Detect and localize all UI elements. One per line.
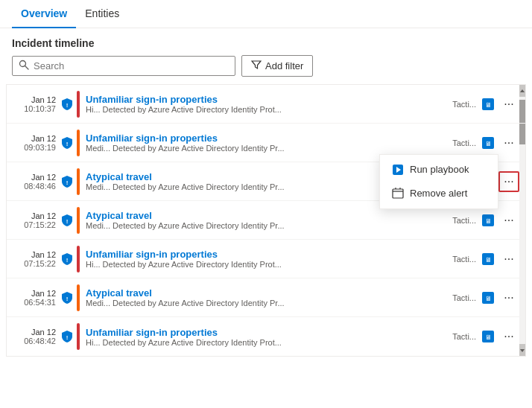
- row-date: Jan 12 10:10:37: [13, 95, 56, 113]
- more-button[interactable]: ···: [498, 210, 519, 231]
- severity-bar-medium: [77, 168, 80, 195]
- incident-subtitle: Hi... Detected by Azure Active Directory…: [86, 260, 452, 269]
- time-label: 06:48:42: [24, 337, 56, 345]
- run-playbook-menuitem[interactable]: Run playbook: [380, 158, 498, 182]
- shield-icon: !: [60, 175, 74, 188]
- svg-text:!: !: [66, 102, 69, 109]
- incident-subtitle: Medi... Detected by Azure Active Directo…: [86, 299, 452, 307]
- alert-icon: 🖥: [481, 97, 495, 112]
- remove-icon: [392, 188, 404, 200]
- row-content: Atypical travel Medi... Detected by Azur…: [86, 287, 452, 307]
- incident-title[interactable]: Unfamiliar sign-in properties: [86, 94, 452, 105]
- tab-bar: Overview Entities: [0, 0, 532, 28]
- alert-icon: 🖥: [481, 252, 495, 267]
- app-container: Overview Entities Incident timeline Ad: [0, 0, 532, 357]
- alert-icon: 🖥: [481, 290, 495, 305]
- date-label: Jan 12: [31, 250, 56, 259]
- svg-point-0: [20, 61, 26, 67]
- incident-subtitle: Hi... Detected by Azure Active Directory…: [86, 338, 452, 347]
- shield-icon: !: [60, 252, 74, 266]
- search-input[interactable]: [34, 60, 229, 71]
- table-row: Jan 12 10:10:37 ! Unfamiliar sign-in pro…: [7, 85, 525, 124]
- svg-text:🖥: 🖥: [485, 295, 492, 302]
- date-label: Jan 12: [31, 173, 56, 182]
- svg-text:🖥: 🖥: [485, 217, 492, 225]
- tab-entities[interactable]: Entities: [76, 0, 128, 28]
- shield-icon: !: [60, 330, 74, 343]
- context-menu: Run playbook Remove alert: [379, 154, 498, 209]
- severity-bar-high: [77, 246, 80, 272]
- alert-icon: 🖥: [481, 213, 495, 228]
- svg-text:🖥: 🖥: [485, 334, 492, 341]
- row-content: Unfamiliar sign-in properties Medi... De…: [86, 133, 452, 153]
- incident-title[interactable]: Atypical travel: [86, 210, 452, 221]
- incident-title[interactable]: Unfamiliar sign-in properties: [86, 133, 452, 144]
- date-label: Jan 12: [31, 211, 56, 220]
- table-row: Jan 12 06:48:42 ! Unfamiliar sign-in pro…: [7, 317, 525, 356]
- row-date: Jan 12 07:15:22: [13, 250, 56, 268]
- shield-icon: !: [60, 214, 74, 227]
- tactic-label: Tacti...: [452, 293, 476, 302]
- toolbar: Add filter: [0, 55, 532, 84]
- shield-icon: !: [60, 136, 74, 150]
- row-date: Jan 12 07:15:22: [13, 211, 56, 229]
- tactic-label: Tacti...: [452, 138, 476, 147]
- incident-title[interactable]: Unfamiliar sign-in properties: [86, 249, 452, 260]
- more-button[interactable]: ···: [498, 287, 519, 308]
- severity-bar-medium: [77, 284, 80, 311]
- filter-icon: [251, 60, 262, 72]
- more-button[interactable]: ···: [498, 249, 519, 270]
- table-row: Jan 12 06:54:31 ! Atypical travel Medi..…: [7, 278, 525, 317]
- time-label: 06:54:31: [24, 298, 56, 307]
- row-content: Unfamiliar sign-in properties Hi... Dete…: [86, 327, 452, 347]
- incident-subtitle: Medi... Detected by Azure Active Directo…: [86, 221, 452, 230]
- more-button-active[interactable]: ···: [498, 171, 519, 192]
- tactic-label: Tacti...: [452, 332, 476, 341]
- date-label: Jan 12: [31, 289, 56, 298]
- date-label: Jan 12: [31, 134, 56, 143]
- table-row: Jan 12 08:48:46 ! Atypical travel Medi..…: [7, 162, 525, 201]
- more-button[interactable]: ···: [498, 133, 519, 153]
- date-label: Jan 12: [31, 328, 56, 337]
- severity-bar-high: [77, 91, 80, 118]
- tab-overview[interactable]: Overview: [12, 0, 76, 28]
- svg-text:!: !: [66, 334, 69, 341]
- more-button[interactable]: ···: [498, 94, 519, 115]
- section-title: Incident timeline: [0, 28, 532, 55]
- svg-text:🖥: 🖥: [485, 101, 492, 109]
- table-row: Jan 12 07:15:22 ! Unfamiliar sign-in pro…: [7, 240, 525, 278]
- tactic-label: Tacti...: [452, 216, 476, 225]
- time-label: 09:03:19: [24, 143, 56, 152]
- svg-text:!: !: [66, 218, 69, 225]
- severity-bar-medium: [77, 130, 80, 156]
- incident-title[interactable]: Unfamiliar sign-in properties: [86, 327, 452, 338]
- row-content: Unfamiliar sign-in properties Hi... Dete…: [86, 249, 452, 269]
- severity-bar-medium: [77, 207, 80, 234]
- row-date: Jan 12 08:48:46: [13, 173, 56, 191]
- more-button[interactable]: ···: [498, 326, 519, 347]
- alert-icon: 🖥: [481, 136, 495, 150]
- svg-text:🖥: 🖥: [485, 256, 492, 264]
- alert-icon: 🖥: [481, 329, 495, 344]
- row-date: Jan 12 09:03:19: [13, 134, 56, 152]
- shield-icon: !: [60, 291, 74, 305]
- incident-list-container: Jan 12 10:10:37 ! Unfamiliar sign-in pro…: [6, 84, 526, 357]
- add-filter-button[interactable]: Add filter: [241, 55, 313, 77]
- svg-text:!: !: [66, 296, 69, 302]
- tactic-label: Tacti...: [452, 255, 476, 264]
- date-label: Jan 12: [31, 95, 56, 104]
- incident-subtitle: Medi... Detected by Azure Active Directo…: [86, 144, 452, 153]
- svg-text:!: !: [66, 179, 69, 186]
- svg-text:!: !: [66, 141, 69, 147]
- remove-alert-menuitem[interactable]: Remove alert: [380, 182, 498, 205]
- search-box[interactable]: [12, 56, 235, 76]
- time-label: 08:48:46: [24, 182, 56, 191]
- svg-rect-13: [393, 189, 403, 198]
- shield-icon: !: [60, 98, 74, 111]
- time-label: 07:15:22: [24, 259, 56, 268]
- time-label: 07:15:22: [24, 220, 56, 229]
- incident-title[interactable]: Atypical travel: [86, 287, 452, 299]
- incident-subtitle: Hi... Detected by Azure Active Directory…: [86, 105, 452, 114]
- tactic-label: Tacti...: [452, 100, 476, 109]
- row-content: Unfamiliar sign-in properties Hi... Dete…: [86, 94, 452, 114]
